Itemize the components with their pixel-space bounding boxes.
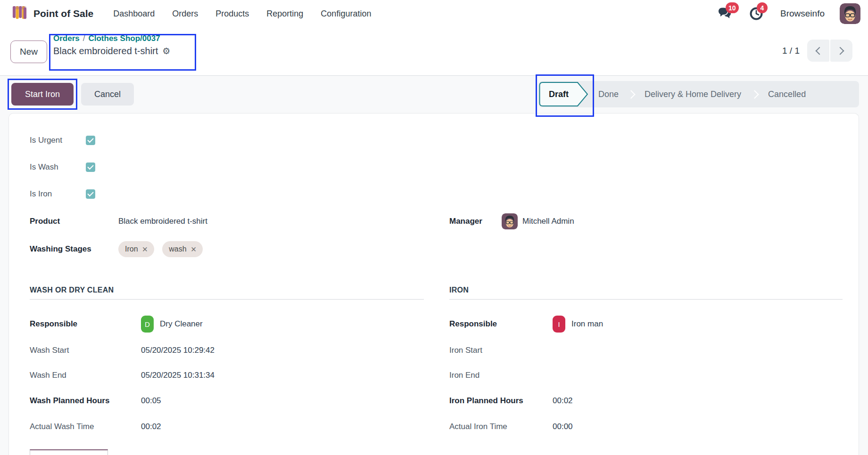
user-avatar[interactable] [840,3,860,24]
activities-menu[interactable]: 4 [749,7,765,21]
iron-section-title: IRON [449,286,469,294]
pos-awning-icon [11,5,28,23]
section-divider [30,299,424,300]
manager-avatar [502,213,518,229]
iron-planned-hours-value[interactable]: 00:02 [553,396,573,406]
wash-planned-hours-value[interactable]: 00:05 [141,396,161,406]
manager-value[interactable]: Mitchell Admin [522,217,574,226]
iron-planned-hours-label: Iron Planned Hours [449,396,553,406]
pager-counter: 1 / 1 [782,46,800,56]
form-sheet: Is Urgent Is Wash Is Iron Product Black … [8,113,859,455]
actual-iron-time-value: 00:00 [553,422,573,431]
clock-icon [749,14,763,22]
washing-stages-label: Washing Stages [30,244,118,254]
messages-menu[interactable]: 10 [718,7,734,21]
actual-wash-time-value: 00:02 [141,422,161,431]
nav-item-orders[interactable]: Orders [172,9,198,19]
start-iron-button[interactable]: Start Iron [11,83,74,106]
messages-badge: 10 [726,2,739,13]
pager: 1 / 1 [782,40,852,62]
is-wash-label: Is Wash [30,162,86,172]
iron-end-label: Iron End [449,371,553,380]
stage-done[interactable]: Done [588,89,630,99]
pager-previous-button[interactable] [807,40,829,62]
nav-menu: Dashboard Orders Products Reporting Conf… [113,9,371,19]
tag-remove-icon[interactable]: × [142,244,148,254]
activities-badge: 4 [757,2,768,13]
manager-label: Manager [449,217,502,226]
gear-icon[interactable]: ⚙ [162,47,170,56]
is-iron-checkbox[interactable] [86,189,95,199]
is-iron-label: Is Iron [30,189,86,199]
cancel-button[interactable]: Cancel [81,83,134,106]
section-divider [449,299,843,300]
action-bar: Start Iron Cancel Draft Done Delivery & … [0,76,868,113]
breadcrumb: Orders/Clothes Shop/0037 Black embroider… [53,34,170,57]
breadcrumb-separator: / [80,34,89,43]
new-button[interactable]: New [10,41,47,63]
wash-end-label: Wash End [30,371,141,380]
tag-wash: wash× [162,241,203,257]
breadcrumb-current-link[interactable]: Clothes Shop/0037 [88,34,160,43]
cutoff-button[interactable] [30,449,108,455]
content-area: Is Urgent Is Wash Is Iron Product Black … [0,113,868,455]
nav-item-products[interactable]: Products [215,9,249,19]
iron-responsible-value[interactable]: Iron man [571,319,603,329]
is-wash-checkbox[interactable] [86,162,95,172]
stage-draft[interactable]: Draft [539,82,588,106]
wash-section-title: WASH OR DRY CLEAN [30,286,114,294]
breadcrumb-orders-link[interactable]: Orders [53,34,80,43]
wash-responsible-value[interactable]: Dry Cleaner [160,319,203,329]
wash-end-value[interactable]: 05/20/2025 10:31:34 [141,371,215,380]
chat-bubbles-icon [718,13,731,21]
chevron-right-icon [836,47,844,55]
wash-planned-hours-label: Wash Planned Hours [30,396,141,406]
is-urgent-label: Is Urgent [30,136,86,145]
top-navbar: Point of Sale Dashboard Orders Products … [0,0,868,27]
chevron-left-icon [816,47,824,55]
wash-responsible-badge: D [141,316,154,333]
wash-start-label: Wash Start [30,346,141,355]
iron-start-label: Iron Start [449,346,553,355]
stage-cancelled[interactable]: Cancelled [756,89,818,99]
wash-responsible-label: Responsible [30,319,141,329]
is-urgent-checkbox[interactable] [86,136,95,145]
control-panel: New Orders/Clothes Shop/0037 Black embro… [0,27,868,76]
iron-responsible-badge: I [553,316,565,333]
stage-delivery-home-delivery[interactable]: Delivery & Home Delivery [632,89,753,99]
actual-iron-time-label: Actual Iron Time [449,422,553,431]
iron-responsible-label: Responsible [449,319,553,329]
nav-item-configuration[interactable]: Configuration [321,9,371,19]
user-name[interactable]: Browseinfo [780,8,825,19]
actual-wash-time-label: Actual Wash Time [30,422,141,431]
app-title: Point of Sale [33,8,93,19]
app-brand[interactable]: Point of Sale [11,5,93,23]
nav-item-reporting[interactable]: Reporting [266,9,303,19]
nav-item-dashboard[interactable]: Dashboard [113,9,155,19]
product-label: Product [30,217,118,226]
tag-remove-icon[interactable]: × [191,244,197,254]
wash-start-value[interactable]: 05/20/2025 10:29:42 [141,346,215,355]
tag-iron: Iron× [118,241,154,257]
pager-next-button[interactable] [830,40,852,62]
statusbar: Draft Done Delivery & Home Delivery Canc… [538,81,859,107]
record-title: Black embroidered t-shirt [53,46,158,57]
product-value[interactable]: Black embroidered t-shirt [118,217,207,226]
